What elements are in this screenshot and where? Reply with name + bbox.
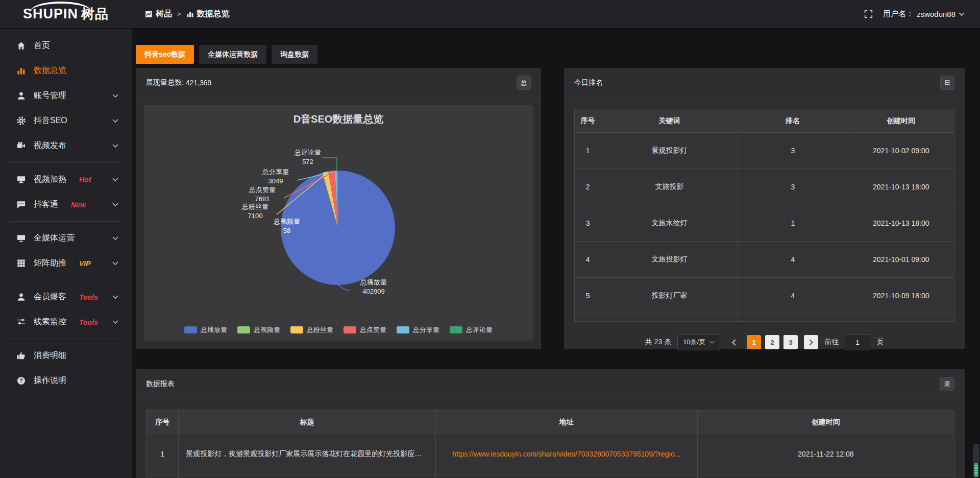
logo: SHUPIN树品 [0,5,132,23]
pie-label-plays: 总播放量 402909 [350,278,397,296]
pie-label-name: 总评论量 [290,148,326,157]
day-view-button[interactable]: 日 [940,76,954,90]
pie-label-name: 总点赞量 [243,185,282,195]
sidebar-item-clue-monitor[interactable]: 线索监控Tools [0,309,132,334]
pie-label-value: 572 [290,157,326,166]
breadcrumb-item-root[interactable]: 树品 [145,9,172,19]
chevron-down-icon [112,295,118,299]
sidebar-item-matrix-boost[interactable]: 矩阵助推VIP [0,251,132,276]
sidebar-item-label: 视频发布 [34,140,66,151]
sidebar-item-label: 首页 [34,40,50,51]
legend-swatch [450,326,462,333]
ranking-table: 序号关键词排名创建时间 1景观投影灯32021-10-02 09:002文旅投影… [574,109,954,322]
sidebar-item-video-publish[interactable]: 视频发布 [0,133,132,158]
top-header: SHUPIN树品 树品 > 数据总览 用户名：zswodun88 [0,0,980,29]
legend-item[interactable]: 总播放量 [184,325,227,334]
tab-0[interactable]: 抖音seo数据 [136,45,194,64]
sidebar-item-label: 账号管理 [34,90,66,101]
goto-page-input[interactable] [845,334,870,350]
table-cell: 4 [738,242,848,278]
table-row[interactable]: 4文旅投影灯42021-10-01 09:00 [575,242,954,278]
sidebar-item-data-overview[interactable]: 数据总览 [0,58,132,83]
table-row[interactable]: 3文旅水纹灯12021-10-13 18:00 [575,205,954,242]
chevron-right-icon [809,339,814,346]
column-header: 创建时间 [697,411,954,434]
tab-2[interactable]: 询盘数据 [272,45,317,64]
sidebar-item-badge: New [71,201,86,209]
sidebar-item-video-heat[interactable]: 视频加热Hot [0,167,132,192]
next-page-button[interactable] [804,335,818,349]
sidebar-item-douketong[interactable]: 抖客通New [0,192,132,217]
sidebar-item-account[interactable]: 账号管理 [0,83,132,108]
user-menu[interactable]: 用户名：zswodun88 [883,9,965,19]
overview-panel: 展现量总数: 421,369 总 D音SEO数据量总览 总评论量 572 [136,68,541,349]
sidebar-item-home[interactable]: 首页 [0,33,132,58]
legend-label: 总分享量 [413,325,439,334]
sidebar-item-label: 操作说明 [34,375,66,386]
ranking-panel-title: 今日排名 [574,78,603,87]
page-number-buttons: 123 [747,335,798,349]
column-header: 序号 [575,109,601,133]
scrollbar[interactable] [973,444,979,478]
sidebar-item-media-ops[interactable]: 全媒体运营 [0,226,132,251]
scrollbar-thumb[interactable] [974,463,978,476]
sidebar-item-badge: Hot [79,176,91,184]
display-icon [16,175,26,184]
goto-label: 前往 [824,338,839,347]
person-icon [16,292,26,302]
table-cell: 4 [738,278,848,314]
breadcrumb-item-current[interactable]: 数据总览 [186,9,230,19]
sidebar-item-douyin-seo[interactable]: 抖音SEO [0,108,132,133]
page-button-3[interactable]: 3 [783,335,798,349]
table-row[interactable]: 1景观投影灯32021-10-02 09:00 [575,133,954,169]
table-cell: 文旅投影灯 [601,242,738,278]
table-cell: 2021-10-01 09:00 [848,242,954,278]
sidebar-divider [9,339,122,339]
table-view-button[interactable]: 表 [940,377,954,391]
total-view-button[interactable]: 总 [517,76,531,90]
sidebar-item-label: 线索监控 [34,317,66,327]
sidebar-divider [9,162,122,163]
header-right: 用户名：zswodun88 [864,9,965,19]
pie-svg [144,105,533,341]
sidebar-item-badge: Tools [79,293,98,301]
sidebar-item-label: 消费明细 [34,350,66,361]
sidebar-item-consume[interactable]: 消费明细 [0,343,132,368]
page-suffix: 页 [876,338,884,347]
page-button-2[interactable]: 2 [765,335,779,349]
legend-item[interactable]: 总点赞量 [344,325,386,334]
sidebar-item-member[interactable]: 会员爆客Tools [0,284,132,309]
sidebar-item-help[interactable]: ?操作说明 [0,368,132,393]
chevron-down-icon [112,144,118,148]
table-row[interactable]: 1景观投影灯，夜游景观投影灯厂家展示展示落花灯在花园里的灯光投影应用效果 #ht… [146,434,954,474]
table-row[interactable]: 5投影灯厂家42021-10-09 18:00 [575,278,954,314]
video-link[interactable]: https://www.iesdouyin.com/share/video/70… [452,450,681,458]
page-size-select[interactable]: 10条/页 [677,334,720,350]
logo-arc [30,2,91,12]
legend-item[interactable]: 总粉丝量 [290,325,333,334]
fullscreen-icon[interactable] [864,10,873,18]
legend-item[interactable]: 总视频量 [237,325,280,334]
legend-item[interactable]: 总分享量 [397,325,439,334]
pie-label-name: 总粉丝量 [236,202,275,211]
table-cell: 3 [738,133,848,169]
pagination-total: 共 23 条 [645,338,671,347]
report-table-header: 序号标题地址创建时间 [146,411,954,434]
table-cell: 3 [575,205,601,242]
column-header: 序号 [146,411,179,434]
column-header: 标题 [179,411,435,434]
prev-page-button[interactable] [726,335,741,349]
legend-item[interactable]: 总评论量 [450,325,493,334]
table-cell: 文旅投影 [601,169,738,205]
pie-label-videos: 总视频量 58 [265,217,308,235]
chevron-left-icon [731,339,736,346]
table-row[interactable]: 2文旅投影32021-10-13 18:00 [575,169,954,205]
table-row-partial [146,474,954,478]
tab-1[interactable]: 全媒体运营数据 [199,45,266,64]
pie-label-value: 402909 [350,287,397,296]
pie-label-name: 总播放量 [350,278,397,287]
page-button-1[interactable]: 1 [747,335,761,349]
chevron-down-icon [709,341,715,344]
table-cell: 1 [738,205,848,242]
thumbs-up-icon [16,351,26,361]
